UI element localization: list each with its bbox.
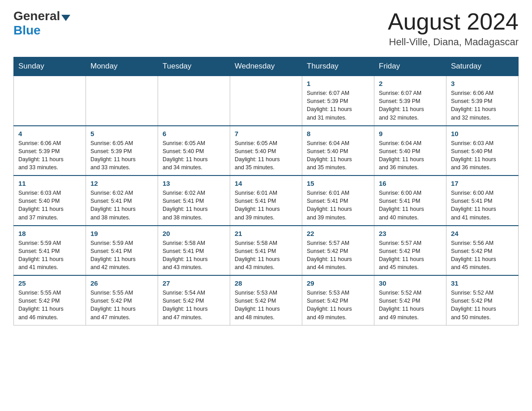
col-monday: Monday [86,57,158,76]
calendar-cell: 29Sunrise: 5:53 AM Sunset: 5:42 PM Dayli… [302,275,374,325]
day-number: 9 [379,130,442,137]
col-thursday: Thursday [302,57,374,76]
day-info: Sunrise: 5:58 AM Sunset: 5:41 PM Dayligh… [235,239,297,272]
day-info: Sunrise: 6:03 AM Sunset: 5:40 PM Dayligh… [18,189,81,222]
day-number: 4 [18,130,81,137]
col-saturday: Saturday [446,57,519,76]
day-number: 2 [379,80,442,87]
calendar-cell: 28Sunrise: 5:53 AM Sunset: 5:42 PM Dayli… [230,275,302,325]
day-info: Sunrise: 5:56 AM Sunset: 5:42 PM Dayligh… [451,239,514,272]
calendar-cell: 21Sunrise: 5:58 AM Sunset: 5:41 PM Dayli… [230,226,302,276]
calendar-cell: 11Sunrise: 6:03 AM Sunset: 5:40 PM Dayli… [14,176,86,226]
day-number: 18 [18,230,81,237]
day-number: 23 [379,230,442,237]
day-number: 28 [235,279,297,287]
day-info: Sunrise: 6:02 AM Sunset: 5:41 PM Dayligh… [90,189,153,222]
logo-arrow-icon [61,15,70,21]
day-number: 3 [451,80,514,87]
calendar-cell: 9Sunrise: 6:04 AM Sunset: 5:40 PM Daylig… [374,126,446,176]
logo-general-text: General [13,9,60,23]
calendar-cell: 27Sunrise: 5:54 AM Sunset: 5:42 PM Dayli… [158,275,230,325]
calendar-cell: 31Sunrise: 5:52 AM Sunset: 5:42 PM Dayli… [446,275,519,325]
day-number: 13 [163,180,225,187]
calendar-cell: 2Sunrise: 6:07 AM Sunset: 5:39 PM Daylig… [374,76,446,126]
day-number: 1 [307,80,369,87]
day-number: 30 [379,279,442,287]
day-info: Sunrise: 5:57 AM Sunset: 5:42 PM Dayligh… [379,239,442,272]
logo: General Blue [13,9,72,38]
calendar-cell: 15Sunrise: 6:01 AM Sunset: 5:41 PM Dayli… [302,176,374,226]
day-number: 29 [307,279,369,287]
calendar-cell: 20Sunrise: 5:58 AM Sunset: 5:41 PM Dayli… [158,226,230,276]
day-info: Sunrise: 5:55 AM Sunset: 5:42 PM Dayligh… [90,289,153,321]
calendar-cell: 22Sunrise: 5:57 AM Sunset: 5:42 PM Dayli… [302,226,374,276]
day-number: 19 [90,230,153,237]
week-row-5: 25Sunrise: 5:55 AM Sunset: 5:42 PM Dayli… [14,275,519,325]
day-number: 11 [18,180,81,187]
calendar-cell: 12Sunrise: 6:02 AM Sunset: 5:41 PM Dayli… [86,176,158,226]
week-row-2: 4Sunrise: 6:06 AM Sunset: 5:39 PM Daylig… [14,126,519,176]
day-number: 22 [307,230,369,237]
page-header: General Blue August 2024 Hell-Ville, Dia… [13,9,519,48]
calendar-cell: 7Sunrise: 6:05 AM Sunset: 5:40 PM Daylig… [230,126,302,176]
day-number: 16 [379,180,442,187]
calendar-cell: 26Sunrise: 5:55 AM Sunset: 5:42 PM Dayli… [86,275,158,325]
day-info: Sunrise: 5:54 AM Sunset: 5:42 PM Dayligh… [163,289,225,321]
day-info: Sunrise: 6:05 AM Sunset: 5:40 PM Dayligh… [163,139,225,172]
calendar-cell: 5Sunrise: 6:05 AM Sunset: 5:39 PM Daylig… [86,126,158,176]
day-number: 8 [307,130,369,137]
calendar-cell: 1Sunrise: 6:07 AM Sunset: 5:39 PM Daylig… [302,76,374,126]
day-info: Sunrise: 6:01 AM Sunset: 5:41 PM Dayligh… [235,189,297,222]
calendar-cell: 18Sunrise: 5:59 AM Sunset: 5:41 PM Dayli… [14,226,86,276]
day-number: 27 [163,279,225,287]
day-info: Sunrise: 6:05 AM Sunset: 5:40 PM Dayligh… [235,139,297,172]
week-row-3: 11Sunrise: 6:03 AM Sunset: 5:40 PM Dayli… [14,176,519,226]
calendar-cell: 25Sunrise: 5:55 AM Sunset: 5:42 PM Dayli… [14,275,86,325]
day-number: 5 [90,130,153,137]
calendar-cell: 16Sunrise: 6:00 AM Sunset: 5:41 PM Dayli… [374,176,446,226]
calendar-cell: 24Sunrise: 5:56 AM Sunset: 5:42 PM Dayli… [446,226,519,276]
title-area: August 2024 Hell-Ville, Diana, Madagasca… [388,9,519,48]
day-info: Sunrise: 6:05 AM Sunset: 5:39 PM Dayligh… [90,139,153,172]
col-tuesday: Tuesday [158,57,230,76]
day-info: Sunrise: 6:07 AM Sunset: 5:39 PM Dayligh… [379,89,442,122]
calendar-cell: 19Sunrise: 5:59 AM Sunset: 5:41 PM Dayli… [86,226,158,276]
day-number: 12 [90,180,153,187]
day-info: Sunrise: 5:59 AM Sunset: 5:41 PM Dayligh… [90,239,153,272]
day-info: Sunrise: 6:00 AM Sunset: 5:41 PM Dayligh… [451,189,514,222]
calendar-cell: 23Sunrise: 5:57 AM Sunset: 5:42 PM Dayli… [374,226,446,276]
day-info: Sunrise: 5:55 AM Sunset: 5:42 PM Dayligh… [18,289,81,321]
day-number: 21 [235,230,297,237]
day-number: 25 [18,279,81,287]
day-number: 14 [235,180,297,187]
logo-blue-text: Blue [13,23,41,38]
day-info: Sunrise: 6:02 AM Sunset: 5:41 PM Dayligh… [163,189,225,222]
day-number: 7 [235,130,297,137]
day-number: 24 [451,230,514,237]
calendar-cell: 3Sunrise: 6:06 AM Sunset: 5:39 PM Daylig… [446,76,519,126]
day-info: Sunrise: 6:04 AM Sunset: 5:40 PM Dayligh… [307,139,369,172]
calendar-header-row: Sunday Monday Tuesday Wednesday Thursday… [14,57,519,76]
day-info: Sunrise: 6:00 AM Sunset: 5:41 PM Dayligh… [379,189,442,222]
calendar-cell: 8Sunrise: 6:04 AM Sunset: 5:40 PM Daylig… [302,126,374,176]
calendar-cell [86,76,158,126]
day-number: 15 [307,180,369,187]
day-number: 26 [90,279,153,287]
day-number: 6 [163,130,225,137]
calendar-cell [14,76,86,126]
calendar-cell: 4Sunrise: 6:06 AM Sunset: 5:39 PM Daylig… [14,126,86,176]
day-number: 20 [163,230,225,237]
day-info: Sunrise: 6:04 AM Sunset: 5:40 PM Dayligh… [379,139,442,172]
calendar-cell [158,76,230,126]
day-info: Sunrise: 5:53 AM Sunset: 5:42 PM Dayligh… [235,289,297,321]
calendar-cell: 10Sunrise: 6:03 AM Sunset: 5:40 PM Dayli… [446,126,519,176]
calendar-cell: 17Sunrise: 6:00 AM Sunset: 5:41 PM Dayli… [446,176,519,226]
day-number: 17 [451,180,514,187]
day-number: 31 [451,279,514,287]
location-subtitle: Hell-Ville, Diana, Madagascar [388,36,519,48]
week-row-4: 18Sunrise: 5:59 AM Sunset: 5:41 PM Dayli… [14,226,519,276]
week-row-1: 1Sunrise: 6:07 AM Sunset: 5:39 PM Daylig… [14,76,519,126]
calendar-cell: 30Sunrise: 5:52 AM Sunset: 5:42 PM Dayli… [374,275,446,325]
day-info: Sunrise: 6:03 AM Sunset: 5:40 PM Dayligh… [451,139,514,172]
calendar-cell: 6Sunrise: 6:05 AM Sunset: 5:40 PM Daylig… [158,126,230,176]
